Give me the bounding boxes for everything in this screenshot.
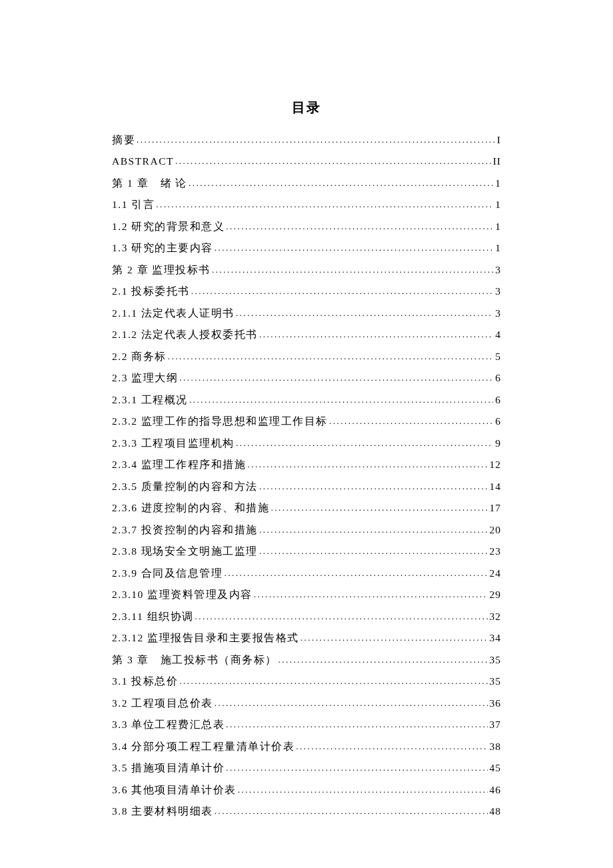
toc-entry-page: 12 bbox=[488, 459, 502, 470]
toc-entry-page: 9 bbox=[493, 438, 501, 449]
toc-dots bbox=[253, 588, 488, 599]
toc-dots bbox=[237, 783, 488, 793]
toc-dots bbox=[246, 458, 487, 469]
toc-entry-page: 3 bbox=[493, 265, 501, 275]
toc-entry-page: 17 bbox=[488, 503, 502, 513]
toc-title: 目录 bbox=[112, 99, 501, 117]
toc-dots bbox=[178, 675, 487, 685]
toc-entry-page: I bbox=[495, 135, 501, 145]
toc-dots bbox=[174, 155, 491, 165]
toc-entry: 2.1.2 法定代表人授权委托书4 bbox=[112, 328, 501, 340]
toc-entry-label: 2.1.1 法定代表人证明书 bbox=[112, 308, 235, 319]
toc-entry-page: 48 bbox=[488, 806, 502, 817]
toc-entry-page: 5 bbox=[493, 351, 501, 362]
toc-entry: 2.3.11 组织协调32 bbox=[112, 609, 501, 621]
toc-dots bbox=[277, 653, 488, 663]
toc-entry-label: 3.2 工程项目总价表 bbox=[112, 698, 213, 709]
toc-entry-label: 2.3.11 组织协调 bbox=[112, 611, 194, 622]
toc-entry: 3.2 工程项目总价表36 bbox=[112, 696, 501, 708]
toc-entry-page: 45 bbox=[488, 763, 502, 773]
toc-dots bbox=[225, 219, 493, 230]
toc-entry-label: 3.5 措施项目清单计价 bbox=[112, 763, 225, 773]
toc-entry-label: 第 2 章 监理投标书 bbox=[112, 265, 211, 275]
toc-entry-page: II bbox=[491, 156, 501, 167]
toc-entry-label: 3.6 其他项目清单计价表 bbox=[112, 785, 237, 795]
toc-entry-label: 3.4 分部分项工程工程量清单计价表 bbox=[112, 741, 295, 752]
toc-dots bbox=[299, 631, 488, 642]
toc-entry-label: 第 3 章 施工投标书（商务标） bbox=[112, 655, 277, 665]
toc-entry: 2.3.12 监理报告目录和主要报告格式34 bbox=[112, 631, 501, 643]
toc-entry: 3.6 其他项目清单计价表46 bbox=[112, 783, 501, 795]
toc-entry-page: 24 bbox=[488, 568, 502, 579]
toc-entry: 第 2 章 监理投标书3 bbox=[112, 263, 501, 275]
toc-entry: 1.2 研究的背景和意义1 bbox=[112, 219, 501, 231]
toc-entry: 2.3.5 质量控制的内容和方法14 bbox=[112, 479, 501, 491]
toc-dots bbox=[135, 133, 495, 143]
toc-entry: 3.5 措施项目清单计价45 bbox=[112, 761, 501, 773]
toc-entry-label: 第 1 章 绪 论 bbox=[112, 178, 187, 189]
toc-entry-label: 2.1.2 法定代表人授权委托书 bbox=[112, 329, 258, 340]
toc-entry-label: 3.3 单位工程费汇总表 bbox=[112, 719, 225, 730]
toc-dots bbox=[225, 718, 487, 729]
toc-dots bbox=[211, 263, 493, 273]
toc-entry: 2.3.2 监理工作的指导思想和监理工作目标6 bbox=[112, 415, 501, 427]
toc-entry: 摘要I bbox=[112, 133, 501, 145]
toc-entry-page: 20 bbox=[488, 525, 502, 535]
toc-dots bbox=[190, 285, 494, 295]
toc-entry: 2.1.1 法定代表人证明书3 bbox=[112, 306, 501, 318]
toc-entry-label: 1.3 研究的主要内容 bbox=[112, 243, 213, 253]
toc-entry-label: 2.3.3 工程项目监理机构 bbox=[112, 438, 235, 449]
toc-entry-page: 23 bbox=[488, 546, 502, 557]
toc-dots bbox=[213, 696, 488, 707]
toc-entry: 3.8 主要材料明细表48 bbox=[112, 805, 501, 817]
toc-dots bbox=[258, 479, 488, 490]
toc-entry-label: 2.3.2 监理工作的指导思想和监理工作目标 bbox=[112, 416, 328, 427]
toc-entry: 2.3.3 工程项目监理机构9 bbox=[112, 436, 501, 448]
toc-entry: 第 1 章 绪 论1 bbox=[112, 176, 501, 188]
toc-entry-label: 2.3.9 合同及信息管理 bbox=[112, 568, 223, 579]
toc-entry: 2.1 投标委托书3 bbox=[112, 285, 501, 297]
toc-entry-label: 3.8 主要材料明细表 bbox=[112, 806, 213, 817]
toc-dots bbox=[225, 761, 487, 772]
toc-entry: 第 3 章 施工投标书（商务标）35 bbox=[112, 653, 501, 665]
toc-entry: ABSTRACTII bbox=[112, 155, 501, 167]
toc-entry: 2.3.9 合同及信息管理24 bbox=[112, 566, 501, 578]
toc-entry-page: 34 bbox=[488, 633, 502, 643]
toc-dots bbox=[235, 436, 493, 447]
toc-dots bbox=[258, 328, 493, 339]
toc-entry-label: 2.2 商务标 bbox=[112, 351, 167, 362]
toc-entry-page: 14 bbox=[488, 481, 502, 492]
toc-entry-page: 1 bbox=[493, 199, 501, 210]
toc-entry-label: 2.3 监理大纲 bbox=[112, 373, 178, 383]
toc-entry: 3.3 单位工程费汇总表37 bbox=[112, 718, 501, 730]
toc-dots bbox=[178, 371, 493, 382]
toc-dots bbox=[167, 349, 494, 360]
toc-entry-label: 1.2 研究的背景和意义 bbox=[112, 221, 225, 232]
toc-entry-label: 2.3.8 现场安全文明施工监理 bbox=[112, 546, 258, 557]
toc-entry-page: 4 bbox=[493, 329, 501, 340]
toc-dots bbox=[213, 241, 494, 252]
toc-dots bbox=[258, 523, 488, 533]
toc-entry: 2.2 商务标5 bbox=[112, 349, 501, 361]
toc-entry-page: 3 bbox=[493, 286, 501, 297]
toc-entry: 2.3.4 监理工作程序和措施12 bbox=[112, 458, 501, 470]
toc-entry-label: 2.3.10 监理资料管理及内容 bbox=[112, 589, 253, 600]
toc-entry: 2.3.7 投资控制的内容和措施20 bbox=[112, 523, 501, 535]
toc-entry: 2.3.6 进度控制的内容、和措施17 bbox=[112, 501, 501, 513]
toc-dots bbox=[235, 306, 493, 317]
toc-entry: 3.1 投标总价35 bbox=[112, 675, 501, 687]
toc-entry-page: 6 bbox=[493, 373, 501, 383]
toc-entry: 2.3.8 现场安全文明施工监理23 bbox=[112, 545, 501, 557]
toc-entry-page: 1 bbox=[493, 178, 501, 189]
toc-dots bbox=[213, 805, 488, 815]
toc-entry-page: 1 bbox=[493, 221, 501, 232]
toc-entry-label: 3.1 投标总价 bbox=[112, 676, 178, 687]
toc-entry-label: 2.3.5 质量控制的内容和方法 bbox=[112, 481, 258, 492]
toc-entry-page: 35 bbox=[488, 676, 502, 687]
toc-container: 摘要IABSTRACTII第 1 章 绪 论11.1 引言11.2 研究的背景和… bbox=[112, 133, 501, 817]
toc-dots bbox=[188, 393, 493, 403]
toc-entry: 2.3 监理大纲6 bbox=[112, 371, 501, 383]
toc-entry-label: 2.1 投标委托书 bbox=[112, 286, 190, 297]
toc-dots bbox=[194, 609, 488, 620]
toc-entry-page: 36 bbox=[488, 698, 502, 709]
